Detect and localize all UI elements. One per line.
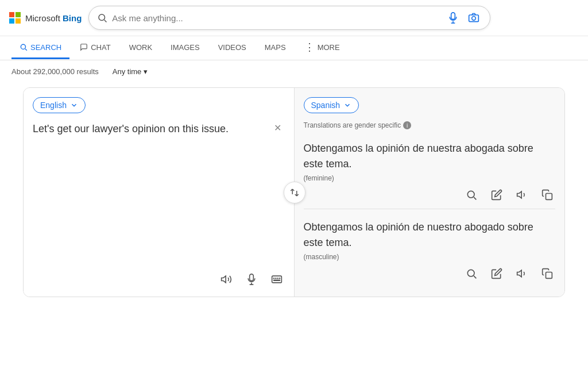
- feminine-label: (feminine): [304, 174, 556, 182]
- svg-rect-24: [546, 272, 552, 279]
- info-icon: i: [403, 121, 411, 129]
- svg-line-18: [474, 197, 476, 199]
- nav-bar: SEARCH CHAT WORK IMAGES VIDEOS MAPS ⋮ MO…: [0, 36, 588, 60]
- svg-line-22: [474, 276, 476, 278]
- source-keyboard-button[interactable]: [269, 271, 285, 287]
- nav-item-images[interactable]: IMAGES: [163, 37, 208, 59]
- feminine-translation-block: Obtengamos la opinión de nuestra abogada…: [304, 135, 556, 209]
- masculine-copy-button[interactable]: [539, 266, 555, 282]
- search-nav-icon: [20, 43, 28, 51]
- feminine-search-button[interactable]: [463, 187, 479, 203]
- source-speaker-button[interactable]: [218, 271, 234, 287]
- masculine-speaker-button[interactable]: [514, 266, 530, 282]
- results-count: About 292,000,000 results: [11, 67, 99, 76]
- svg-rect-11: [272, 276, 281, 283]
- clear-text-button[interactable]: ✕: [270, 121, 285, 134]
- camera-search-button[interactable]: [466, 10, 482, 26]
- voice-input-button[interactable]: [445, 10, 461, 26]
- source-mic-button[interactable]: [243, 271, 260, 287]
- logo-text: Microsoft Bing: [25, 13, 82, 23]
- source-actions: [33, 266, 285, 287]
- nav-item-videos[interactable]: VIDEOS: [210, 37, 254, 59]
- search-icon: [97, 13, 107, 23]
- svg-point-21: [467, 270, 474, 276]
- source-text-area: Let's get our lawyer's opinion on this i…: [33, 121, 285, 266]
- nav-item-work[interactable]: WORK: [121, 37, 160, 59]
- masculine-translation-text: Obtengamos la opinión de nuestro abogado…: [304, 220, 556, 251]
- masculine-translation-block: Obtengamos la opinión de nuestro abogado…: [304, 214, 556, 287]
- swap-languages-button[interactable]: [284, 182, 305, 203]
- svg-point-5: [472, 17, 476, 21]
- logo: Microsoft Bing: [9, 12, 82, 24]
- gender-specific-note: Translations are gender specific i: [304, 121, 556, 129]
- nav-item-search[interactable]: SEARCH: [11, 37, 69, 59]
- source-language-selector[interactable]: English: [33, 97, 86, 113]
- target-panel: Spanish Translations are gender specific…: [295, 88, 565, 297]
- masculine-search-button[interactable]: [463, 266, 479, 282]
- svg-rect-20: [546, 194, 552, 200]
- feminine-edit-button[interactable]: [489, 187, 505, 203]
- feminine-translation-text: Obtengamos la opinión de nuestra abogada…: [304, 141, 556, 172]
- search-bar: [88, 6, 490, 30]
- svg-point-6: [21, 44, 25, 49]
- svg-marker-8: [221, 276, 226, 283]
- anytime-filter-button[interactable]: Any time ▾: [108, 65, 153, 78]
- masculine-edit-button[interactable]: [489, 266, 505, 282]
- nav-item-more[interactable]: ⋮ MORE: [296, 36, 348, 60]
- feminine-copy-button[interactable]: [539, 187, 555, 203]
- nav-item-maps[interactable]: MAPS: [257, 37, 294, 59]
- target-language-selector[interactable]: Spanish: [304, 97, 359, 113]
- masculine-actions: [304, 266, 556, 282]
- feminine-actions: [304, 187, 556, 203]
- microsoft-logo-icon: [9, 12, 21, 24]
- search-input[interactable]: [112, 13, 440, 23]
- target-lang-chevron-icon: [343, 101, 351, 109]
- results-bar: About 292,000,000 results Any time ▾: [0, 60, 588, 83]
- svg-line-7: [25, 49, 27, 51]
- translator-card: English Let's get our lawyer's opinion o…: [23, 87, 565, 297]
- feminine-speaker-button[interactable]: [514, 187, 530, 203]
- source-lang-chevron-icon: [70, 101, 78, 109]
- swap-icon: [289, 187, 300, 198]
- svg-point-0: [99, 14, 105, 21]
- source-text[interactable]: Let's get our lawyer's opinion on this i…: [33, 121, 285, 167]
- svg-marker-19: [517, 191, 522, 198]
- svg-line-1: [105, 20, 107, 22]
- masculine-label: (masculine): [304, 253, 556, 261]
- source-panel: English Let's get our lawyer's opinion o…: [24, 88, 295, 297]
- chat-nav-icon: [80, 43, 88, 51]
- svg-point-17: [467, 191, 474, 198]
- nav-item-chat[interactable]: CHAT: [72, 37, 118, 59]
- svg-marker-23: [517, 270, 522, 277]
- header: Microsoft Bing: [0, 0, 588, 36]
